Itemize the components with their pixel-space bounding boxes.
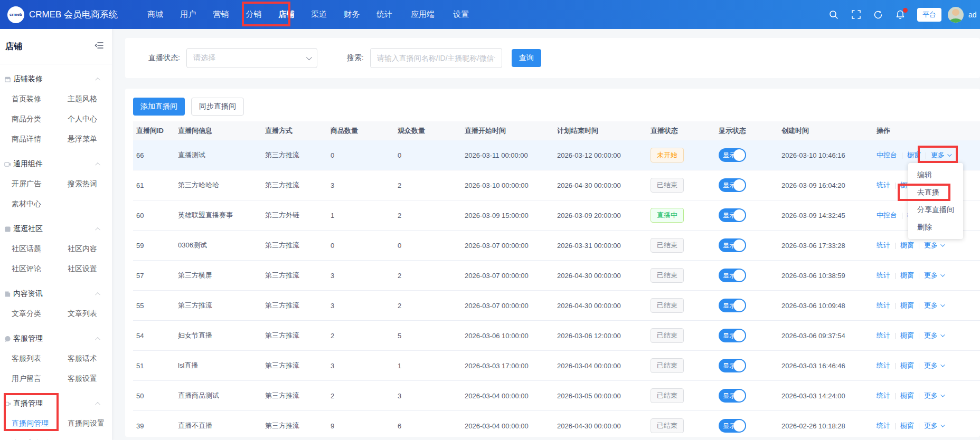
more-link[interactable]: 更多 [924,421,944,431]
sidebar-item[interactable]: 社区话题 [12,239,68,259]
collapse-sidebar-icon[interactable] [95,42,103,51]
console-link[interactable]: 中控台 [877,211,897,220]
sidebar-item[interactable]: 商品详情 [12,129,68,149]
sidebar-item[interactable]: 客服话术 [68,349,112,369]
nav-item-link[interactable]: 应用端 [401,0,445,29]
cell-viewer-count: 3 [398,392,465,400]
sidebar-item[interactable]: 用户留言 [12,369,68,389]
more-link[interactable]: 更多 [924,361,944,370]
more-link[interactable]: 更多 [924,331,944,340]
showcase-link[interactable]: 橱窗 [900,241,914,250]
add-live-room-button[interactable]: 添加直播间 [133,98,185,116]
console-link[interactable]: 中控台 [877,150,897,160]
sidebar-section-header[interactable]: 客服管理 [0,329,112,349]
sidebar-item[interactable]: 小程序直播 [12,434,68,440]
notifications-bell-icon[interactable] [895,9,906,20]
sidebar-item[interactable]: 素材中心 [12,194,68,214]
statistics-link[interactable]: 统计 [877,421,890,431]
cell-room-name: 直播商品测试 [178,391,265,400]
nav-item-link[interactable]: 商城 [139,0,172,29]
showcase-link[interactable]: 橱窗 [900,331,914,340]
display-toggle[interactable]: 显示 [719,389,746,403]
statistics-link[interactable]: 统计 [877,241,890,250]
live-status-select[interactable]: 请选择 [186,48,317,68]
statistics-link[interactable]: 统计 [877,331,890,340]
sidebar-item[interactable]: 客服设置 [68,369,112,389]
sidebar-item[interactable]: 社区设置 [68,259,112,279]
sidebar-item[interactable]: 客服列表 [12,349,68,369]
sidebar-item[interactable]: 开屏广告 [12,174,68,194]
nav-item-link[interactable]: 渠道 [303,0,335,29]
statistics-link[interactable]: 统计 [877,271,890,280]
chevron-down-icon [940,332,945,337]
user-avatar[interactable] [948,7,964,23]
sidebar-item[interactable]: 搜索热词 [68,174,112,194]
display-toggle[interactable]: 显示 [719,299,746,312]
display-toggle[interactable]: 显示 [719,178,746,192]
dropdown-item[interactable]: 删除 [908,218,963,236]
filter-card: 直播状态: 请选择 搜索: 查询 [125,38,980,78]
refresh-icon[interactable] [873,9,883,20]
cell-end-time: 2026-03-05 00:00:00 [557,392,651,400]
fullscreen-icon[interactable] [851,9,861,20]
nav-item-active[interactable]: 店铺 [270,0,303,29]
sidebar-item[interactable]: 直播间设置 [68,414,112,434]
chevron-down-icon [940,272,945,276]
sidebar-item[interactable]: 首页装修 [12,89,68,109]
search-input[interactable] [370,48,502,68]
cell-actions: 统计橱窗更多 [877,241,980,250]
more-link[interactable]: 更多 [924,301,944,310]
query-button[interactable]: 查询 [512,49,541,67]
display-toggle[interactable]: 显示 [719,359,746,372]
display-toggle[interactable]: 显示 [719,419,746,433]
nav-item-link[interactable]: 用户 [172,0,204,29]
display-toggle[interactable]: 显示 [719,208,746,222]
sidebar-item[interactable]: 社区内容 [68,239,112,259]
table-row: 57第三方横屏第三方推流322026-03-07 00:00:002026-04… [133,261,980,291]
sidebar-item[interactable]: 商品分类 [12,109,68,129]
showcase-link[interactable]: 橱窗 [900,361,914,370]
search-icon[interactable] [828,9,839,20]
sidebar-item[interactable]: 社区评论 [12,259,68,279]
sidebar-item[interactable]: 悬浮菜单 [68,129,112,149]
nav-item-link[interactable]: 财务 [335,0,368,29]
nav-item-link[interactable]: 营销 [204,0,237,29]
sidebar-item[interactable]: 文章分类 [12,304,68,324]
sidebar-section-header[interactable]: 直播管理 [0,394,112,414]
display-toggle[interactable]: 显示 [719,329,746,342]
sidebar-section-header[interactable]: 通用组件 [0,154,112,174]
more-link[interactable]: 更多 [924,271,944,280]
showcase-link[interactable]: 橱窗 [900,391,914,400]
sidebar-section-header[interactable]: 逛逛社区 [0,219,112,239]
nav-item-link[interactable]: 分销 [237,0,270,29]
statistics-link[interactable]: 统计 [877,301,890,310]
statistics-link[interactable]: 统计 [877,391,890,400]
display-toggle[interactable]: 显示 [719,148,746,162]
statistics-link[interactable]: 统计 [877,361,890,370]
showcase-link[interactable]: 橱窗 [907,150,921,160]
showcase-link[interactable]: 橱窗 [900,271,914,280]
dropdown-item[interactable]: 编辑 [908,166,963,184]
nav-item-link[interactable]: 设置 [445,0,477,29]
dropdown-item[interactable]: 分享直播间 [908,201,963,218]
platform-switch-button[interactable]: 平台 [917,8,941,22]
dropdown-item-go-live[interactable]: 去直播 [908,184,963,201]
sidebar-item[interactable]: 主题风格 [68,89,112,109]
sync-live-room-button[interactable]: 同步直播间 [191,98,244,116]
more-link[interactable]: 更多 [931,150,950,160]
sidebar-section-title: 店铺装修 [13,74,43,84]
sidebar-section-header[interactable]: 内容资讯 [0,284,112,304]
more-link[interactable]: 更多 [924,391,944,400]
display-toggle[interactable]: 显示 [719,269,746,282]
display-toggle[interactable]: 显示 [719,238,746,252]
statistics-link[interactable]: 统计 [877,180,890,190]
sidebar-item-active[interactable]: 直播间管理 [12,414,68,434]
showcase-link[interactable]: 橱窗 [900,301,914,310]
nav-item-link[interactable]: 统计 [368,0,401,29]
sidebar-item[interactable]: 个人中心 [68,109,112,129]
cell-display-status: 显示 [719,148,781,162]
showcase-link[interactable]: 橱窗 [900,421,914,431]
more-link[interactable]: 更多 [924,241,944,250]
sidebar-item[interactable]: 文章列表 [68,304,112,324]
sidebar-section-header[interactable]: 店铺装修 [0,69,112,89]
